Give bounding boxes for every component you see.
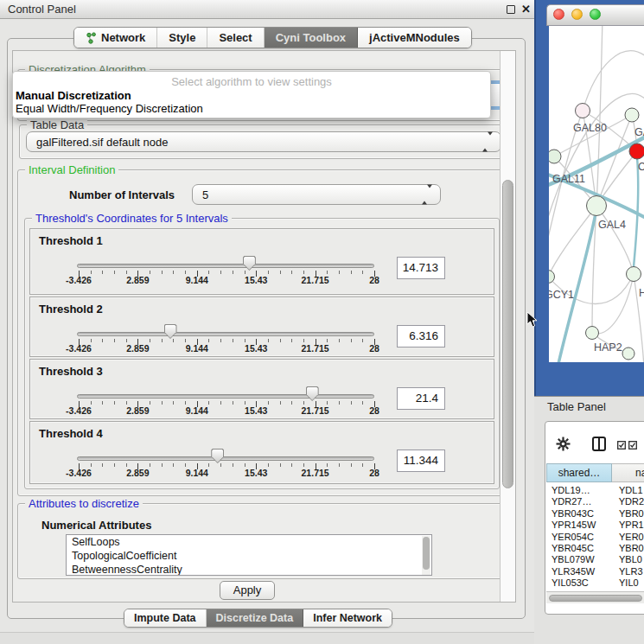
network-node[interactable] — [622, 348, 634, 360]
dropdown-option[interactable]: Equal Width/Frequency Discretization — [13, 102, 490, 115]
cell-shared-name: YLR345W — [546, 566, 615, 577]
tab-jactivemnodules[interactable]: jActiveMNodules — [358, 28, 471, 48]
network-node[interactable] — [625, 108, 639, 122]
threshold-4-value-field[interactable]: 11.344 — [397, 450, 445, 472]
slider-tick — [268, 339, 269, 342]
threshold-1-slider-thumb[interactable] — [243, 256, 256, 271]
table-row[interactable]: YLR345WYLR3 — [546, 566, 644, 577]
slider-tick — [362, 463, 363, 467]
table-row[interactable]: YBL079WYBL0 — [546, 554, 644, 565]
cell-shared-name: YIL053C — [546, 577, 615, 589]
threshold-3-slider-track[interactable] — [77, 394, 374, 399]
threshold-2-slider-thumb[interactable] — [164, 324, 177, 339]
slider-tick — [102, 271, 103, 274]
column-header-name[interactable]: na — [612, 463, 644, 482]
network-node[interactable] — [587, 196, 607, 216]
mouse-cursor — [526, 312, 538, 328]
table-data-combobox-value: galFiltered.sif default node — [36, 132, 168, 152]
dropdown-option[interactable]: Manual Discretization — [13, 89, 490, 102]
attribute-list-item[interactable]: SelfLoops — [67, 535, 431, 549]
network-node-label: GA — [634, 126, 644, 138]
table-row[interactable]: YPR145WYPR1 — [546, 520, 644, 531]
network-node[interactable] — [586, 327, 599, 340]
table-scrollbar-thumb[interactable] — [549, 595, 642, 602]
mac-minimize-icon[interactable] — [571, 9, 583, 20]
tab-infer-network[interactable]: Infer Network — [303, 609, 392, 627]
slider-scale-label: 2.859 — [126, 468, 149, 478]
tab-cyni-toolbox[interactable]: Cyni Toolbox — [265, 28, 358, 48]
slider-tick — [185, 339, 186, 342]
network-edges — [549, 26, 644, 362]
slider-tick — [150, 271, 150, 274]
gear-icon[interactable] — [556, 437, 571, 451]
tab-network[interactable]: Network — [74, 28, 157, 48]
slider-tick — [102, 401, 103, 405]
thresholds-group-title: Threshold's Coordinates for 5 Intervals — [32, 212, 232, 225]
network-canvas[interactable]: GAL80GACGAL11GAL4GCY1HHAP2 — [549, 26, 644, 362]
slider-tick — [208, 339, 209, 342]
threshold-3-slider-thumb[interactable] — [306, 386, 319, 401]
threshold-1-value-field[interactable]: 14.713 — [397, 257, 445, 279]
cell-shared-name: YDL19… — [546, 485, 615, 496]
slider-scale-label: -3.426 — [66, 343, 92, 354]
attribute-list-item[interactable]: TopologicalCoefficient — [67, 549, 431, 563]
numerical-attributes-list[interactable]: SelfLoopsTopologicalCoefficientBetweenne… — [66, 534, 432, 576]
table-data-group-title: Table Data — [27, 118, 87, 131]
tab-style[interactable]: Style — [157, 28, 207, 48]
slider-tick — [162, 463, 163, 467]
table-row[interactable]: YER054CYER0 — [546, 532, 644, 543]
cell-shared-name: YPR145W — [546, 520, 615, 531]
network-node-label: GCY1 — [549, 289, 574, 301]
bottom-strip — [0, 632, 534, 644]
close-icon[interactable]: ✕ — [521, 3, 531, 16]
tab-discretize-data[interactable]: Discretize Data — [207, 609, 304, 627]
float-window-icon[interactable] — [507, 5, 515, 14]
select-columns-icon[interactable] — [617, 441, 638, 450]
network-node[interactable] — [627, 267, 641, 282]
network-node[interactable] — [549, 150, 561, 163]
attribute-list-item[interactable]: BetweennessCentrality — [67, 563, 431, 576]
threshold-4-slider-thumb[interactable] — [211, 449, 224, 463]
slider-tick — [114, 463, 115, 467]
slider-tick — [173, 271, 174, 274]
threshold-3-value-field[interactable]: 21.4 — [397, 387, 445, 410]
column-header-shared-name[interactable]: shared… — [546, 463, 612, 482]
slider-tick — [162, 271, 163, 274]
table-row[interactable]: YDR27…YDR2 — [546, 496, 644, 507]
tab-impute-data[interactable]: Impute Data — [124, 609, 207, 627]
mac-close-icon[interactable] — [553, 9, 564, 20]
table-row[interactable]: YDL19…YDL1 — [546, 485, 644, 496]
threshold-1-slider-track[interactable] — [77, 264, 374, 268]
network-node[interactable] — [629, 143, 644, 159]
table-horizontal-scrollbar[interactable] — [546, 591, 644, 603]
network-node[interactable] — [576, 104, 590, 118]
apply-button[interactable]: Apply — [220, 581, 275, 600]
threshold-1-block: Threshold 1 14.713 -3.4262.8599.14415.43… — [29, 228, 494, 295]
panel-vertical-scrollbar[interactable] — [500, 51, 515, 602]
slider-tick — [233, 339, 233, 342]
threshold-2-value-field[interactable]: 6.316 — [397, 325, 445, 348]
number-of-intervals-value: 5 — [202, 185, 208, 205]
slider-tick — [280, 271, 281, 274]
panel-scrollbar-thumb[interactable] — [502, 180, 513, 488]
network-node[interactable] — [549, 271, 555, 284]
slider-tick — [362, 271, 363, 274]
threshold-2-slider-track[interactable] — [77, 332, 374, 336]
number-of-intervals-combobox[interactable]: 5 — [192, 184, 441, 205]
tab-select[interactable]: Select — [207, 28, 264, 48]
slider-tick — [150, 339, 150, 342]
slider-scale-label: 21.715 — [302, 405, 329, 416]
attributes-list-scrollbar[interactable] — [422, 536, 430, 576]
table-row[interactable]: YIL053CYIL0 — [546, 577, 644, 589]
mac-zoom-icon[interactable] — [590, 9, 601, 20]
slider-tick — [268, 271, 269, 274]
table-row[interactable]: YBR045CYBR0 — [546, 543, 644, 554]
columns-icon[interactable] — [592, 437, 606, 451]
slider-tick — [339, 339, 340, 342]
slider-tick — [220, 271, 221, 274]
slider-tick — [245, 339, 245, 342]
table-data-combobox[interactable]: galFiltered.sif default node — [26, 131, 501, 152]
threshold-4-slider-track[interactable] — [77, 456, 374, 461]
table-row[interactable]: YBR043CYBR0 — [546, 508, 644, 520]
threshold-1-label: Threshold 1 — [39, 234, 103, 247]
